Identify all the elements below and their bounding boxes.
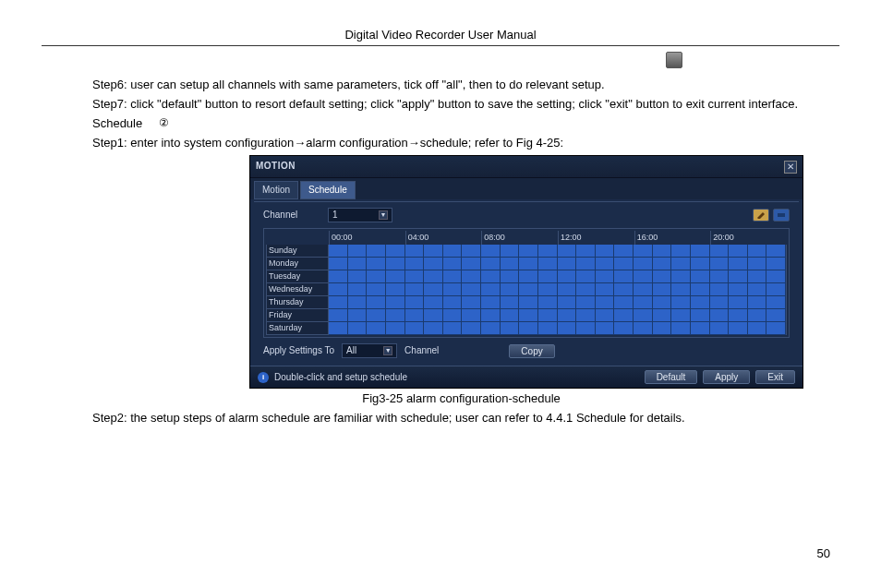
- schedule-cell[interactable]: [766, 270, 786, 283]
- schedule-cell[interactable]: [634, 309, 653, 322]
- schedule-cell[interactable]: [481, 296, 501, 309]
- schedule-cell[interactable]: [462, 322, 481, 335]
- schedule-cell[interactable]: [386, 270, 405, 283]
- schedule-cell[interactable]: [386, 309, 405, 322]
- schedule-cell[interactable]: [481, 309, 501, 322]
- schedule-cell[interactable]: [596, 309, 615, 322]
- schedule-cell[interactable]: [367, 283, 386, 296]
- schedule-cell[interactable]: [634, 296, 653, 309]
- schedule-cell[interactable]: [538, 296, 558, 309]
- schedule-cell[interactable]: [766, 283, 786, 296]
- tab-schedule[interactable]: Schedule: [300, 181, 356, 200]
- schedule-cell[interactable]: [576, 309, 596, 322]
- schedule-cell[interactable]: [558, 245, 577, 258]
- schedule-cell[interactable]: [614, 309, 634, 322]
- schedule-cell[interactable]: [405, 245, 425, 258]
- schedule-cell[interactable]: [634, 245, 653, 258]
- schedule-cell[interactable]: [614, 322, 634, 335]
- day-grid[interactable]: [329, 322, 787, 335]
- schedule-cell[interactable]: [329, 258, 348, 270]
- schedule-cell[interactable]: [443, 283, 463, 296]
- schedule-cell[interactable]: [634, 283, 653, 296]
- schedule-cell[interactable]: [501, 245, 520, 258]
- schedule-cell[interactable]: [596, 245, 615, 258]
- schedule-cell[interactable]: [748, 322, 767, 335]
- schedule-cell[interactable]: [558, 309, 577, 322]
- schedule-cell[interactable]: [710, 283, 730, 296]
- schedule-cell[interactable]: [614, 258, 634, 270]
- schedule-cell[interactable]: [596, 296, 615, 309]
- schedule-cell[interactable]: [729, 270, 748, 283]
- schedule-cell[interactable]: [462, 258, 481, 270]
- schedule-cell[interactable]: [710, 245, 730, 258]
- schedule-cell[interactable]: [538, 245, 558, 258]
- schedule-cell[interactable]: [329, 309, 348, 322]
- schedule-cell[interactable]: [443, 309, 463, 322]
- schedule-cell[interactable]: [671, 296, 691, 309]
- schedule-cell[interactable]: [462, 245, 481, 258]
- schedule-cell[interactable]: [405, 322, 425, 335]
- schedule-cell[interactable]: [386, 283, 405, 296]
- schedule-cell[interactable]: [576, 245, 596, 258]
- schedule-cell[interactable]: [576, 270, 596, 283]
- schedule-cell[interactable]: [462, 283, 481, 296]
- schedule-cell[interactable]: [614, 283, 634, 296]
- schedule-cell[interactable]: [424, 270, 443, 283]
- schedule-cell[interactable]: [671, 258, 691, 270]
- schedule-cell[interactable]: [634, 258, 653, 270]
- eraser-icon[interactable]: [773, 209, 790, 222]
- schedule-cell[interactable]: [462, 309, 481, 322]
- schedule-grid[interactable]: 00:00 04:00 08:00 12:00 16:00 20:00 Sund…: [263, 228, 790, 338]
- schedule-cell[interactable]: [329, 245, 348, 258]
- schedule-cell[interactable]: [405, 309, 425, 322]
- schedule-cell[interactable]: [462, 296, 481, 309]
- schedule-cell[interactable]: [653, 270, 672, 283]
- apply-select[interactable]: All ▼: [342, 343, 397, 358]
- schedule-cell[interactable]: [596, 258, 615, 270]
- schedule-cell[interactable]: [653, 309, 672, 322]
- schedule-cell[interactable]: [538, 258, 558, 270]
- schedule-cell[interactable]: [558, 283, 577, 296]
- schedule-cell[interactable]: [710, 309, 730, 322]
- schedule-cell[interactable]: [424, 309, 443, 322]
- schedule-cell[interactable]: [443, 322, 463, 335]
- schedule-cell[interactable]: [576, 322, 596, 335]
- schedule-cell[interactable]: [691, 322, 710, 335]
- schedule-cell[interactable]: [367, 296, 386, 309]
- schedule-cell[interactable]: [367, 270, 386, 283]
- schedule-cell[interactable]: [538, 322, 558, 335]
- day-grid[interactable]: [329, 245, 787, 258]
- schedule-cell[interactable]: [367, 322, 386, 335]
- schedule-cell[interactable]: [729, 258, 748, 270]
- schedule-cell[interactable]: [424, 296, 443, 309]
- schedule-cell[interactable]: [596, 270, 615, 283]
- schedule-cell[interactable]: [481, 283, 501, 296]
- schedule-cell[interactable]: [710, 258, 730, 270]
- schedule-cell[interactable]: [766, 296, 786, 309]
- schedule-cell[interactable]: [443, 245, 463, 258]
- schedule-cell[interactable]: [501, 296, 520, 309]
- schedule-cell[interactable]: [671, 309, 691, 322]
- schedule-cell[interactable]: [671, 283, 691, 296]
- day-grid[interactable]: [329, 309, 787, 322]
- copy-button[interactable]: Copy: [509, 344, 554, 358]
- exit-button[interactable]: Exit: [755, 370, 795, 384]
- schedule-cell[interactable]: [710, 296, 730, 309]
- schedule-cell[interactable]: [596, 322, 615, 335]
- schedule-cell[interactable]: [405, 296, 425, 309]
- channel-select[interactable]: 1 ▼: [328, 208, 392, 222]
- schedule-cell[interactable]: [519, 245, 538, 258]
- schedule-cell[interactable]: [653, 245, 672, 258]
- schedule-cell[interactable]: [519, 258, 538, 270]
- schedule-cell[interactable]: [614, 270, 634, 283]
- schedule-cell[interactable]: [691, 296, 710, 309]
- apply-button[interactable]: Apply: [703, 370, 750, 384]
- schedule-cell[interactable]: [614, 296, 634, 309]
- tab-motion[interactable]: Motion: [254, 181, 298, 200]
- schedule-cell[interactable]: [405, 258, 425, 270]
- schedule-cell[interactable]: [634, 270, 653, 283]
- schedule-cell[interactable]: [653, 322, 672, 335]
- schedule-cell[interactable]: [462, 270, 481, 283]
- schedule-cell[interactable]: [671, 245, 691, 258]
- schedule-cell[interactable]: [729, 322, 748, 335]
